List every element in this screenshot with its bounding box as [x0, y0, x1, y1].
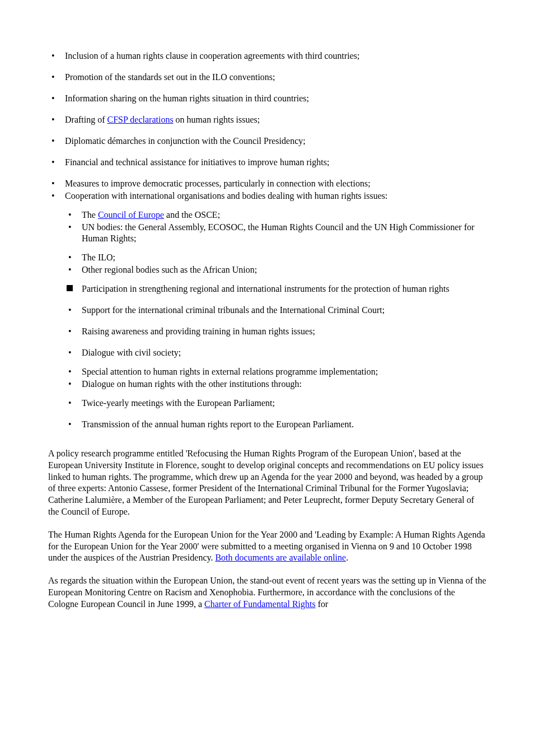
paragraph: As regards the situation within the Euro…	[48, 575, 486, 610]
list-text: Dialogue on human rights with the other …	[82, 379, 302, 389]
list-text: Other regional bodies such as the Africa…	[82, 265, 257, 274]
list-text: Participation in strengthening regional …	[82, 284, 449, 293]
list-text: Information sharing on the human rights …	[65, 94, 309, 103]
documents-online-link[interactable]: Both documents are available online	[215, 553, 346, 562]
council-of-europe-link[interactable]: Council of Europe	[98, 210, 164, 220]
paragraph: A policy research programme entitled 'Re…	[48, 448, 486, 518]
sub-list-item: The Council of Europe and the OSCE;	[65, 209, 486, 221]
list-text: Promotion of the standards set out in th…	[65, 72, 275, 82]
list-text: Special attention to human rights in ext…	[82, 367, 378, 376]
list-text: and the OSCE;	[164, 210, 220, 220]
sub-list-item: The ILO;	[65, 252, 486, 263]
list-item: Information sharing on the human rights …	[48, 93, 486, 104]
body-paragraphs: A policy research programme entitled 'Re…	[48, 448, 486, 610]
list-text: Measures to improve democratic processes…	[65, 179, 371, 188]
paragraph-text: .	[346, 553, 348, 562]
list-text: Transmission of the annual human rights …	[82, 419, 354, 429]
paragraph-text: A policy research programme entitled 'Re…	[48, 449, 484, 516]
list-text: The	[82, 210, 98, 220]
list-text: Raising awareness and providing training…	[82, 326, 315, 336]
main-list: Inclusion of a human rights clause in co…	[48, 50, 486, 430]
list-item: Promotion of the standards set out in th…	[48, 72, 486, 83]
sub-list-item: Raising awareness and providing training…	[65, 326, 486, 337]
sub-list-item: Dialogue with civil society;	[65, 347, 486, 358]
sub-list: The Council of Europe and the OSCE; UN b…	[65, 209, 486, 430]
list-text: The ILO;	[82, 253, 115, 262]
charter-fundamental-rights-link[interactable]: Charter of Fundamental Rights	[204, 599, 316, 609]
list-text: Inclusion of a human rights clause in co…	[65, 51, 360, 60]
list-item: Financial and technical assistance for i…	[48, 157, 486, 168]
sub-list-item: Other regional bodies such as the Africa…	[65, 264, 486, 276]
list-item: Inclusion of a human rights clause in co…	[48, 50, 486, 62]
list-text: Support for the international criminal t…	[82, 305, 385, 315]
sub-list-item: UN bodies: the General Assembly, ECOSOC,…	[65, 222, 486, 244]
document-page: Inclusion of a human rights clause in co…	[0, 0, 534, 756]
sub-list-item: Dialogue on human rights with the other …	[65, 379, 486, 390]
sub-list-item: Support for the international criminal t…	[65, 305, 486, 316]
sub-list-item: Transmission of the annual human rights …	[65, 419, 486, 430]
sub-list-item: Special attention to human rights in ext…	[65, 366, 486, 377]
list-item: Diplomatic démarches in conjunction with…	[48, 136, 486, 147]
sub-list-item: Twice-yearly meetings with the European …	[65, 398, 486, 409]
list-text: Diplomatic démarches in conjunction with…	[65, 136, 306, 146]
list-item: Measures to improve democratic processes…	[48, 178, 486, 189]
sub-list-item: Participation in strengthening regional …	[65, 283, 486, 295]
list-text: Cooperation with international organisat…	[65, 191, 388, 200]
list-item: Cooperation with international organisat…	[48, 190, 486, 430]
cfsp-declarations-link[interactable]: CFSP declarations	[107, 115, 174, 124]
paragraph-text: for	[316, 599, 329, 609]
list-item: Drafting of CFSP declarations on human r…	[48, 114, 486, 125]
list-text: Twice-yearly meetings with the European …	[82, 398, 275, 408]
list-text: on human rights issues;	[174, 115, 260, 124]
list-text: Dialogue with civil society;	[82, 348, 181, 357]
list-text: Financial and technical assistance for i…	[65, 157, 329, 167]
list-text: UN bodies: the General Assembly, ECOSOC,…	[82, 222, 475, 243]
list-text: Drafting of	[65, 115, 107, 124]
paragraph: The Human Rights Agenda for the European…	[48, 529, 486, 564]
